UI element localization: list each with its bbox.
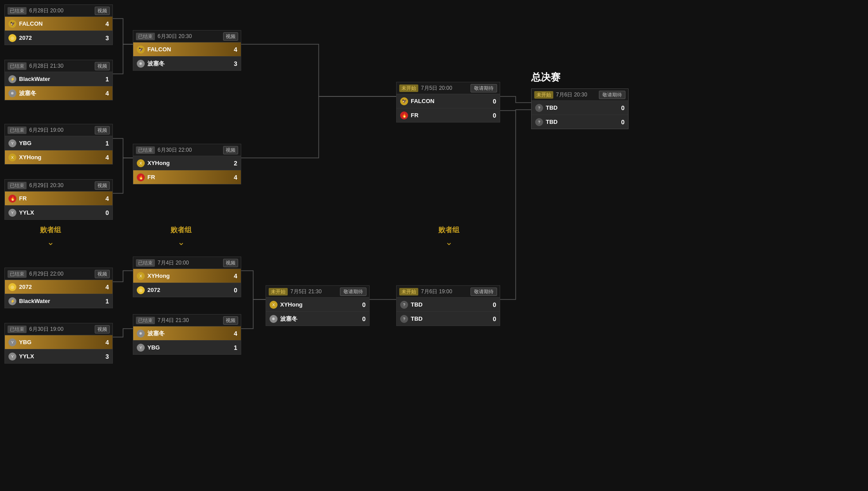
team-score: 0 xyxy=(617,104,625,111)
match-header: 已结束 7月4日 20:00 视频 xyxy=(133,257,241,269)
team-score: 1 xyxy=(101,298,109,305)
team-icon: Y xyxy=(137,344,145,352)
losers-label-2: 败者组 ⌄ xyxy=(170,226,192,247)
team-icon: ❄ xyxy=(8,89,16,97)
match-time: 6月28日 21:30 xyxy=(29,62,92,70)
video-button[interactable]: 视频 xyxy=(95,181,110,190)
video-button[interactable]: 视频 xyxy=(95,7,110,15)
team-score: 4 xyxy=(101,20,109,27)
team-name: TBD xyxy=(546,104,617,111)
team-score: 3 xyxy=(101,353,109,360)
team-name: 波塞冬 xyxy=(19,89,101,97)
team-row-1: X XYHong 2 xyxy=(133,156,241,170)
losers-label-1: 败者组 ⌄ xyxy=(40,226,61,247)
team-icon: ? xyxy=(535,104,543,112)
team-row-1: 🦅 FALCON 4 xyxy=(133,42,241,56)
team-icon: 🦅 xyxy=(400,97,408,105)
expect-button[interactable]: 敬请期待 xyxy=(471,288,497,296)
finals-title: 总决赛 xyxy=(531,71,560,84)
team-icon: X xyxy=(270,301,278,309)
match-header: 已结束 6月29日 19:00 视频 xyxy=(5,124,112,136)
team-row-2: X XYHong 4 xyxy=(5,150,112,164)
team-row-2: ❄ 波塞冬 3 xyxy=(133,56,241,70)
team-row-1: 🔥 FR 4 xyxy=(5,191,112,205)
team-row-1: ? TBD 0 xyxy=(532,100,628,115)
team-row-1: Y YBG 4 xyxy=(5,335,112,349)
match-r1-m4: 已结束 6月29日 20:30 视频 🔥 FR 4 Y YYLX 0 xyxy=(4,179,113,220)
video-button[interactable]: 视频 xyxy=(95,270,110,278)
label-text: 败者组 xyxy=(40,226,61,235)
label-arrow: ⌄ xyxy=(47,237,54,247)
status-badge: 未开始 xyxy=(399,84,418,92)
team-row-1: Y YBG 1 xyxy=(5,136,112,150)
match-time: 6月29日 22:00 xyxy=(29,270,92,278)
team-name: 2072 xyxy=(19,284,101,290)
team-name: 波塞冬 xyxy=(280,315,358,323)
team-row-2: ◎ 2072 3 xyxy=(5,31,112,45)
match-time: 7月5日 20:00 xyxy=(421,84,468,92)
team-name: YBG xyxy=(147,344,229,351)
match-time: 7月4日 20:00 xyxy=(158,259,220,267)
team-score: 4 xyxy=(101,195,109,202)
video-button[interactable]: 视频 xyxy=(223,146,238,154)
team-score: 0 xyxy=(488,315,496,322)
match-l2-m2: 已结束 7月4日 21:30 视频 ❄ 波塞冬 4 Y YBG 1 xyxy=(133,314,241,355)
team-score: 0 xyxy=(488,112,496,119)
team-icon: Y xyxy=(8,139,16,147)
label-arrow: ⌄ xyxy=(177,237,185,247)
match-r2-m1: 已结束 6月30日 20:30 视频 🦅 FALCON 4 ❄ 波塞冬 3 xyxy=(133,30,241,71)
status-badge: 已结束 xyxy=(8,182,27,189)
team-icon: ? xyxy=(400,315,408,323)
team-icon: Y xyxy=(8,209,16,217)
match-time: 6月30日 22:00 xyxy=(158,146,220,154)
team-name: FR xyxy=(147,174,229,180)
team-row-1: ◎ 2072 4 xyxy=(5,280,112,294)
match-header: 已结束 6月28日 21:30 视频 xyxy=(5,60,112,72)
team-score: 2 xyxy=(229,160,237,167)
video-button[interactable]: 视频 xyxy=(223,32,238,41)
team-score: 3 xyxy=(101,35,109,42)
match-header: 已结束 6月30日 20:30 视频 xyxy=(133,31,241,42)
team-icon: X xyxy=(137,272,145,280)
video-button[interactable]: 视频 xyxy=(95,325,110,334)
team-row-2: 🔥 FR 0 xyxy=(397,108,500,122)
match-time: 7月4日 21:30 xyxy=(158,317,220,324)
team-row-1: 🦅 FALCON 4 xyxy=(5,16,112,31)
status-badge: 已结束 xyxy=(136,317,155,324)
team-icon: ◎ xyxy=(8,34,16,42)
match-header: 未开始 7月6日 20:30 敬请期待 xyxy=(532,89,628,100)
status-badge: 已结束 xyxy=(8,7,27,15)
team-name: YYLX xyxy=(19,209,101,216)
match-l4-m1: 未开始 7月6日 19:00 敬请期待 ? TBD 0 ? TBD 0 xyxy=(396,285,500,326)
expect-button[interactable]: 敬请期待 xyxy=(599,91,625,99)
video-button[interactable]: 视频 xyxy=(95,126,110,134)
video-button[interactable]: 视频 xyxy=(95,62,110,70)
losers-label-3: 败者组 ⌄ xyxy=(438,226,459,247)
video-button[interactable]: 视频 xyxy=(223,316,238,325)
expect-button[interactable]: 敬请期待 xyxy=(471,84,497,92)
team-icon: ◎ xyxy=(8,283,16,291)
team-icon: ⚡ xyxy=(8,75,16,83)
match-time: 7月5日 21:30 xyxy=(290,288,337,295)
team-row-2: Y YYLX 0 xyxy=(5,205,112,219)
expect-button[interactable]: 敬请期待 xyxy=(340,288,366,296)
finals-match: 未开始 7月6日 20:30 敬请期待 ? TBD 0 ? TBD 0 xyxy=(531,88,629,129)
team-icon: 🔥 xyxy=(137,173,145,181)
team-score: 4 xyxy=(101,339,109,346)
team-row-2: Y YYLX 3 xyxy=(5,349,112,363)
match-r1-m3: 已结束 6月29日 19:00 视频 Y YBG 1 X XYHong 4 xyxy=(4,124,113,165)
team-score: 4 xyxy=(229,330,237,337)
team-icon: X xyxy=(8,153,16,161)
status-badge: 已结束 xyxy=(8,62,27,70)
team-score: 0 xyxy=(617,119,625,126)
team-name: BlackWater xyxy=(19,76,101,82)
team-score: 4 xyxy=(229,272,237,280)
team-icon: ❄ xyxy=(137,330,145,338)
team-icon: ❄ xyxy=(270,315,278,323)
video-button[interactable]: 视频 xyxy=(223,259,238,267)
team-row-1: ❄ 波塞冬 4 xyxy=(133,326,241,340)
team-score: 4 xyxy=(101,154,109,161)
team-score: 1 xyxy=(229,344,237,351)
team-icon: ◎ xyxy=(137,286,145,294)
team-name: TBD xyxy=(411,301,488,308)
